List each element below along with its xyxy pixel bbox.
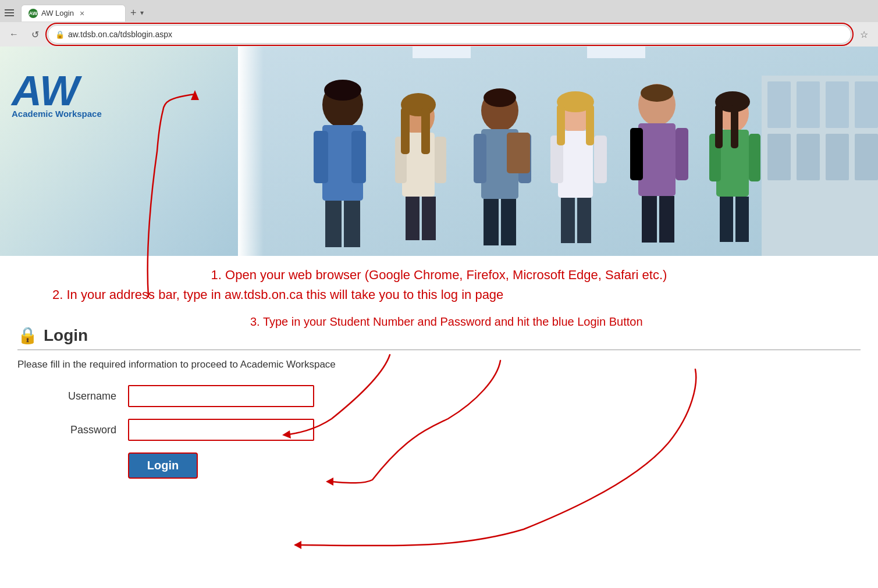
tab-bar: AW AW Login × + ▾: [0, 0, 878, 22]
bookmarks-button[interactable]: ☆: [856, 26, 872, 42]
svg-rect-57: [735, 197, 749, 242]
browser-chrome: AW AW Login × + ▾ ← ↺ 🔒 aw.tdsb.on.ca/td…: [0, 0, 878, 47]
username-label: Username: [47, 390, 116, 402]
svg-rect-49: [642, 196, 657, 243]
refresh-button[interactable]: ↺: [27, 26, 43, 42]
svg-rect-33: [484, 199, 499, 245]
login-lock-icon: 🔒: [17, 326, 38, 345]
svg-rect-10: [413, 47, 471, 58]
svg-rect-43: [557, 105, 565, 145]
active-tab[interactable]: AW AW Login ×: [21, 5, 126, 22]
new-tab-button[interactable]: +: [130, 7, 137, 19]
svg-rect-56: [720, 197, 733, 242]
aw-logo: AW Academic Workspace: [12, 70, 102, 119]
svg-rect-47: [630, 128, 643, 180]
svg-rect-59: [715, 105, 723, 148]
tab-close-button[interactable]: ×: [80, 9, 84, 18]
svg-rect-44: [586, 105, 594, 145]
address-bar-row: ← ↺ 🔒 aw.tdsb.on.ca/tdsblogin.aspx ☆: [0, 22, 878, 47]
svg-rect-22: [435, 137, 446, 183]
svg-rect-23: [406, 197, 420, 240]
aw-logo-main: AW: [12, 70, 102, 112]
back-button[interactable]: ←: [6, 26, 22, 42]
instructions-area: 1. Open your web browser (Google Chrome,…: [0, 256, 878, 320]
svg-rect-34: [501, 199, 516, 245]
svg-rect-60: [731, 105, 738, 148]
svg-rect-24: [422, 197, 436, 240]
password-row: Password: [47, 419, 861, 441]
svg-rect-7: [797, 134, 820, 180]
url-display: aw.tdsb.on.ca/tdsblogin.aspx: [68, 30, 172, 39]
svg-rect-41: [577, 198, 591, 243]
instruction-3: 3. Type in your Student Number and Passw…: [250, 315, 692, 329]
svg-rect-9: [855, 134, 878, 180]
svg-rect-11: [587, 47, 645, 58]
tab-dropdown-button[interactable]: ▾: [140, 9, 144, 17]
tab-favicon: AW: [29, 9, 38, 18]
svg-rect-2: [767, 81, 791, 128]
username-input[interactable]: [128, 385, 314, 407]
svg-rect-26: [401, 108, 410, 154]
svg-rect-40: [561, 198, 575, 243]
svg-rect-48: [676, 128, 688, 180]
svg-rect-5: [855, 81, 878, 128]
instruction-1: 1. Open your web browser (Google Chrome,…: [17, 268, 861, 283]
username-row: Username: [47, 385, 861, 407]
tab-title: AW Login: [41, 9, 74, 17]
svg-marker-65: [294, 541, 301, 549]
hero-section: AW Academic Workspace: [0, 47, 878, 256]
svg-rect-55: [749, 134, 760, 181]
lock-icon: 🔒: [55, 30, 65, 39]
login-section: 🔒 Login Please fill in the required info…: [0, 320, 878, 490]
svg-point-51: [641, 84, 673, 102]
svg-rect-3: [797, 81, 820, 128]
password-input[interactable]: [128, 419, 314, 441]
svg-point-35: [484, 88, 516, 107]
page-content: AW Academic Workspace: [0, 47, 878, 588]
login-button[interactable]: Login: [128, 452, 198, 479]
password-label: Password: [47, 424, 116, 436]
svg-rect-8: [826, 134, 849, 180]
students-photo: [238, 47, 878, 256]
svg-rect-32: [507, 133, 530, 173]
svg-rect-30: [474, 134, 486, 183]
login-title: Login: [44, 326, 88, 345]
svg-rect-6: [767, 134, 791, 180]
svg-rect-4: [826, 81, 849, 128]
svg-rect-50: [659, 196, 674, 243]
browser-menu-icon[interactable]: [5, 7, 16, 19]
svg-rect-39: [594, 136, 607, 183]
login-divider: [17, 350, 861, 350]
address-text: aw.tdsb.on.ca/tdsblogin.aspx: [68, 30, 844, 39]
svg-rect-46: [638, 123, 676, 196]
instruction-2: 2. In your address bar, type in aw.tdsb.…: [52, 287, 861, 302]
address-bar[interactable]: 🔒 aw.tdsb.on.ca/tdsblogin.aspx: [48, 25, 851, 44]
aw-logo-sub: Academic Workspace: [12, 109, 102, 119]
svg-rect-27: [421, 108, 430, 154]
svg-rect-61: [238, 47, 366, 256]
login-description: Please fill in the required information …: [17, 359, 861, 370]
